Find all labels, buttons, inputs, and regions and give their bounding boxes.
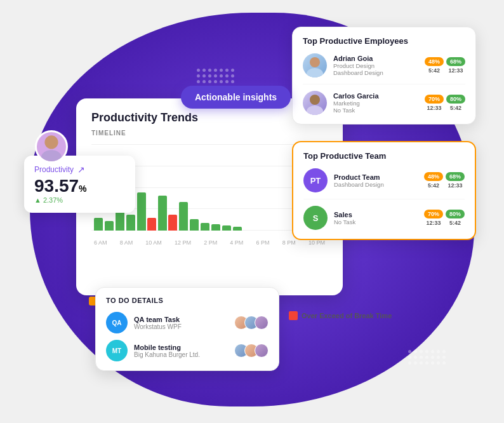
todo-avatars: [234, 316, 269, 330]
bar-group: [94, 218, 103, 231]
todo-task-name: QA team Task: [134, 316, 228, 323]
badge-orange: 70%: [425, 95, 444, 104]
badge-orange: 48%: [424, 172, 443, 181]
badge-col: 80% 5:42: [446, 210, 465, 226]
badge-time: 5:42: [428, 67, 440, 74]
employee-info: Carlos Garcia Marketing No Task: [333, 92, 418, 114]
employee-avatar: [303, 53, 327, 77]
trend-up-icon: ↗: [77, 164, 85, 175]
team-task: No Task: [334, 218, 418, 225]
badges-group: 48% 5:42 68% 12:33: [425, 57, 465, 74]
time-label: 6 AM: [94, 239, 107, 246]
team-row: S Sales No Task 70% 12:33 80% 5:42: [303, 206, 465, 230]
team-row: PT Product Team Dashboard Design 48% 5:4…: [303, 168, 465, 199]
time-label: 4 PM: [230, 239, 243, 246]
team-circle: PT: [303, 168, 328, 192]
team-info: Sales No Task: [334, 211, 418, 225]
bar: [168, 215, 177, 231]
badge-time: 5:42: [428, 182, 439, 189]
badge-green: 80%: [446, 210, 465, 218]
employee-name: Carlos Garcia: [333, 92, 418, 100]
badge-time: 12:33: [448, 67, 463, 74]
timeline-label: TIMELINE: [91, 130, 328, 137]
productivity-label: Productivity ↗: [34, 164, 125, 175]
team-name: Product Team: [334, 173, 418, 181]
bar-group: [233, 227, 242, 231]
badge-col: 68% 12:33: [446, 57, 465, 74]
bar: [126, 215, 135, 231]
employees-card-title: Top Productive Employees: [303, 36, 465, 46]
time-label: 8 PM: [282, 239, 296, 246]
badges-group: 70% 12:33 80% 5:42: [425, 95, 465, 111]
legend-label: Over Exceed of Break Time: [302, 312, 392, 319]
grid-line: [91, 144, 328, 145]
team-circle: S: [303, 206, 328, 230]
badge-col: 70% 12:33: [424, 210, 443, 226]
time-labels: 6 AM 8 AM 10 AM 12 PM 2 PM 4 PM 6 PM 8 P…: [91, 239, 328, 246]
productivity-change: ▲ 2.37%: [34, 196, 125, 204]
time-label: 2 PM: [204, 239, 217, 246]
bar: [222, 225, 231, 231]
bar: [233, 227, 242, 231]
employee-task: No Task: [333, 107, 418, 114]
legend: Over Exceed of Break Time: [289, 311, 392, 320]
badge-green: 68%: [446, 57, 465, 66]
time-label: 10 AM: [145, 239, 162, 246]
bar-group: [211, 224, 220, 231]
bar-group: [137, 192, 156, 231]
employee-avatar: [303, 91, 327, 115]
bar-group: [158, 196, 177, 231]
todo-avatars: [234, 344, 269, 358]
badge-time: 12:33: [448, 182, 462, 189]
svg-point-2: [310, 95, 320, 105]
mini-avatar: [255, 344, 269, 358]
scene: Actionable insights Top Productive Emplo…: [0, 0, 504, 423]
svg-point-3: [307, 105, 323, 115]
bar: [94, 218, 103, 231]
bar: [105, 221, 114, 231]
badge-col: 48% 5:42: [424, 172, 443, 189]
badge-green: 80%: [446, 95, 465, 104]
badge-col: 70% 12:33: [425, 95, 444, 111]
user-avatar: [35, 130, 68, 163]
bar: [147, 218, 156, 231]
employee-row: Carlos Garcia Marketing No Task 70% 12:3…: [303, 91, 465, 115]
badge-col: 48% 5:42: [425, 57, 444, 74]
badge-time: 12:33: [426, 220, 441, 226]
team-name: Sales: [334, 211, 418, 218]
svg-point-0: [310, 57, 320, 67]
productivity-card: Productivity ↗ 93.57% ▲ 2.37%: [24, 156, 135, 213]
team-card: Top Productive Team PT Product Team Dash…: [292, 141, 476, 240]
todo-row: MT Mobile testing Big Kahuna Burger Ltd.: [106, 340, 269, 361]
badge-time: 12:33: [427, 105, 441, 111]
bar: [116, 211, 124, 231]
team-card-title: Top Productive Team: [303, 151, 465, 161]
productivity-unit: %: [79, 184, 86, 194]
bar: [201, 223, 209, 231]
productivity-number: 93.57: [34, 176, 79, 196]
insights-label: Actionable insights: [195, 92, 277, 102]
badge-col: 68% 12:33: [446, 172, 465, 189]
bar: [179, 202, 188, 231]
todo-title: TO DO DETAILS: [106, 297, 269, 304]
team-info: Product Team Dashboard Design: [334, 173, 418, 188]
dots-bottom-decoration: [408, 350, 446, 365]
svg-point-1: [307, 68, 323, 77]
time-label: 12 PM: [175, 239, 191, 246]
badge-orange: 70%: [424, 210, 443, 218]
bar-group: [105, 221, 114, 231]
svg-point-5: [41, 150, 62, 163]
todo-task-name: Mobile testing: [134, 344, 228, 351]
productivity-value: 93.57%: [34, 177, 125, 195]
employee-task: Dashboard Design: [333, 69, 418, 76]
bar: [211, 224, 220, 231]
bar-group: [222, 225, 231, 231]
dots-top-decoration: [197, 69, 234, 83]
employee-name: Adrian Goia: [333, 55, 418, 62]
bar: [158, 196, 167, 231]
todo-info: QA team Task Workstatus WPF: [134, 316, 228, 330]
bar-group: [126, 215, 135, 231]
employee-info: Adrian Goia Product Design Dashboard Des…: [333, 55, 418, 76]
badge-time: 5:42: [450, 105, 461, 111]
todo-row: QA QA team Task Workstatus WPF: [106, 312, 269, 333]
